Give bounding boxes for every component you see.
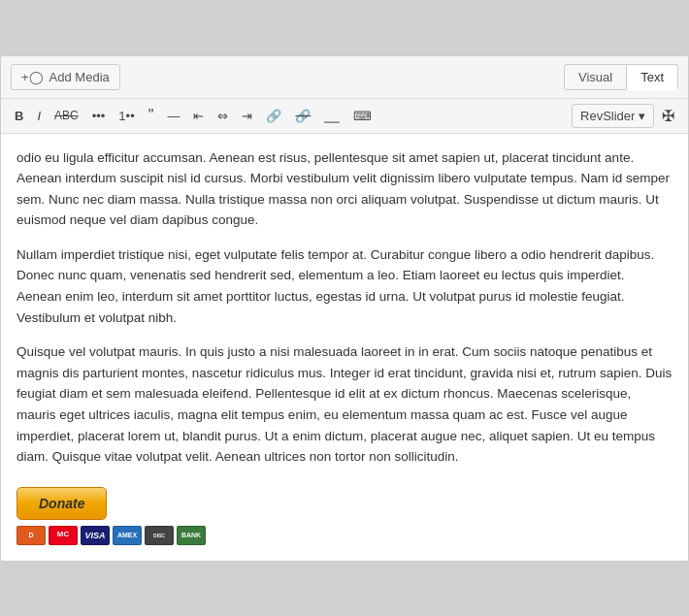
toolbar: B I ABC ••• 1•• " — ⇤ ⇔ ⇥ 🔗 🔗 ⎯⎯ ⌨ RevSl… — [1, 99, 688, 134]
unordered-list-button[interactable]: ••• — [86, 106, 112, 126]
align-right-button[interactable]: ⇥ — [236, 106, 258, 126]
align-left-button[interactable]: ⇤ — [187, 106, 210, 126]
blockquote-button[interactable]: " — [143, 104, 160, 127]
tab-visual[interactable]: Visual — [564, 64, 627, 90]
donate-button[interactable]: Donate — [16, 487, 107, 520]
top-bar: +◯ Add Media Visual Text — [1, 56, 688, 99]
paragraph-3: Quisque vel volutpat mauris. In quis jus… — [16, 341, 673, 468]
unlink-button[interactable]: 🔗 — [289, 106, 316, 126]
horizontal-rule-button[interactable]: — — [161, 106, 185, 126]
editor-content[interactable]: odio eu ligula efficitur accumsan. Aenea… — [1, 134, 688, 561]
add-media-icon: +◯ — [21, 70, 44, 84]
payment-icon-amex: AMEX — [113, 526, 142, 545]
ordered-list-button[interactable]: 1•• — [113, 106, 140, 126]
link-button[interactable]: 🔗 — [260, 106, 287, 126]
revslider-dropdown[interactable]: RevSlider ▾ — [572, 104, 654, 128]
payment-icon-mastercard: MC — [49, 526, 78, 545]
donate-area: Donate D MC VISA AMEX DISC BANK — [16, 487, 673, 545]
revslider-label: RevSlider ▾ — [580, 109, 645, 123]
view-tabs: Visual Text — [564, 64, 678, 90]
payment-icon-discover2: DISC — [145, 526, 174, 545]
bold-button[interactable]: B — [9, 106, 29, 126]
more-button[interactable]: ⎯⎯ — [318, 106, 345, 126]
fullscreen-button[interactable]: ✠ — [656, 103, 680, 129]
paragraph-1: odio eu ligula efficitur accumsan. Aenea… — [16, 147, 673, 231]
align-center-button[interactable]: ⇔ — [212, 106, 234, 126]
paragraph-2: Nullam imperdiet tristique nisi, eget vu… — [16, 244, 673, 328]
tab-text[interactable]: Text — [627, 64, 678, 90]
italic-button[interactable]: I — [31, 106, 47, 126]
editor-wrapper: +◯ Add Media Visual Text B I ABC ••• 1••… — [0, 55, 689, 562]
strikethrough-button[interactable]: ABC — [49, 106, 84, 125]
donate-btn-container: Donate D MC VISA AMEX DISC BANK — [16, 487, 206, 545]
keyboard-button[interactable]: ⌨ — [347, 106, 377, 126]
payment-icon-visa: VISA — [81, 526, 110, 545]
payment-icons: D MC VISA AMEX DISC BANK — [16, 526, 206, 545]
add-media-button[interactable]: +◯ Add Media — [11, 64, 120, 90]
payment-icon-bank: BANK — [177, 526, 206, 545]
payment-icon-discover: D — [16, 526, 46, 545]
add-media-label: Add Media — [49, 70, 110, 84]
